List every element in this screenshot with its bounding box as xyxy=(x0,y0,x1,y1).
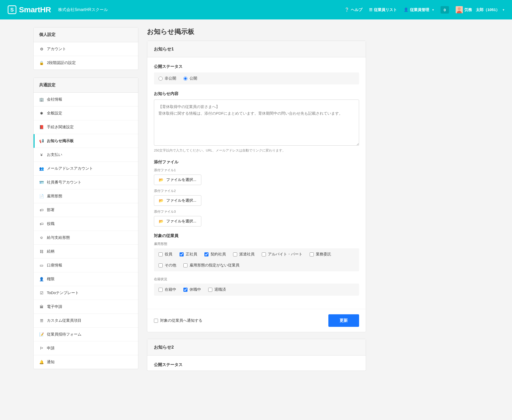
menu-label: メールアドレスアカウント xyxy=(47,166,93,171)
notice2-header: お知らせ2 xyxy=(147,339,366,356)
employee-list-link[interactable]: ☰ 従業員リスト xyxy=(369,7,397,12)
attach-sublabel: 添付ファイル2 xyxy=(154,189,359,193)
emp-type-checkbox[interactable] xyxy=(183,263,187,267)
menu-label: 部署 xyxy=(47,208,55,212)
sidebar-item[interactable]: ¥お支払い xyxy=(34,148,138,162)
sidebar-item[interactable]: 🪪社員番号アカウント xyxy=(34,176,138,189)
enrollment-option[interactable]: 休職中 xyxy=(183,287,201,292)
menu-icon: 🔒 xyxy=(39,61,44,65)
emp-type-option[interactable]: 業務委託 xyxy=(310,252,331,257)
menu-icon: 🏢 xyxy=(39,97,44,102)
emp-type-checkbox[interactable] xyxy=(310,252,314,256)
sidebar-item[interactable]: ⚙アカウント xyxy=(34,42,138,56)
file-select-button[interactable]: 📂ファイルを選択... xyxy=(154,175,201,185)
content-textarea[interactable] xyxy=(154,100,359,146)
emp-type-checkbox[interactable] xyxy=(159,252,163,256)
sidebar-item[interactable]: 🏳申請 xyxy=(34,341,138,355)
sidebar-item[interactable]: 📕手続き関連設定 xyxy=(34,120,138,134)
page-title: お知らせ掲示板 xyxy=(147,27,366,36)
menu-label: 申請 xyxy=(47,346,55,351)
status-public-option[interactable]: 公開 xyxy=(183,76,197,81)
emp-type-option[interactable]: アルバイト・パート xyxy=(262,252,302,257)
menu-icon: 🏷 xyxy=(39,208,44,212)
emp-type-option[interactable]: 契約社員 xyxy=(204,252,226,257)
sidebar-item[interactable]: 🏢会社情報 xyxy=(34,93,138,106)
sidebar-item[interactable]: 🏷部署 xyxy=(34,203,138,217)
file-select-label: ファイルを選択... xyxy=(166,198,196,203)
status-private-radio[interactable] xyxy=(159,77,163,81)
sidebar-item[interactable]: ☑ToDoテンプレート xyxy=(34,286,138,300)
enrollment-label: 休職中 xyxy=(190,287,201,292)
menu-icon: 📕 xyxy=(39,125,44,130)
menu-label: 電子申請 xyxy=(47,304,62,309)
sidebar-item[interactable]: 📢お知らせ掲示板 xyxy=(34,134,138,148)
menu-label: 口座情報 xyxy=(47,263,62,268)
enrollment-label: 退職済 xyxy=(214,287,226,292)
user-name: 労務 太郎（1051） xyxy=(464,7,500,12)
help-link[interactable]: ❔ ヘルプ xyxy=(344,7,362,12)
notify-checkbox[interactable] xyxy=(154,319,158,323)
emp-type-checkbox[interactable] xyxy=(159,263,163,267)
notification-badge[interactable]: 0 xyxy=(441,6,449,14)
update-button[interactable]: 更新 xyxy=(328,314,359,327)
enrollment-option[interactable]: 退職済 xyxy=(208,287,226,292)
menu-label: 役職 xyxy=(47,221,55,226)
enrollment-option[interactable]: 在籍中 xyxy=(159,287,176,292)
file-select-button[interactable]: 📂ファイルを選択... xyxy=(154,216,201,227)
menu-icon: ⚙ xyxy=(39,47,44,51)
enrollment-checkbox[interactable] xyxy=(208,288,212,292)
sidebar-item[interactable]: ⛭給与支給形態 xyxy=(34,231,138,245)
emp-type-label: 正社員 xyxy=(186,252,197,257)
emp-type-label: 業務委託 xyxy=(316,252,331,257)
sidebar-item[interactable]: 👥メールアドレスアカウント xyxy=(34,162,138,176)
status-private-option[interactable]: 非公開 xyxy=(159,76,176,81)
enrollment-checkbox[interactable] xyxy=(183,288,187,292)
notify-option[interactable]: 対象の従業員へ通知する xyxy=(154,318,202,323)
menu-label: 手続き関連設定 xyxy=(47,125,74,130)
sidebar-item[interactable]: 🏷役職 xyxy=(34,217,138,231)
sidebar-item[interactable]: ▭口座情報 xyxy=(34,259,138,272)
sidebar-item[interactable]: 👤権限 xyxy=(34,272,138,286)
file-select-button[interactable]: 📂ファイルを選択... xyxy=(154,195,201,206)
sidebar-item[interactable]: 🔔通知 xyxy=(34,355,138,369)
emp-type-option[interactable]: 雇用形態の指定がない従業員 xyxy=(183,263,239,268)
menu-label: ToDoテンプレート xyxy=(47,290,79,295)
sidebar-item[interactable]: 📄雇用形態 xyxy=(34,189,138,203)
employee-mgmt-menu[interactable]: 👤 従業員管理 xyxy=(404,7,434,12)
emp-type-checkbox[interactable] xyxy=(204,252,208,256)
menu-label: 雇用形態 xyxy=(47,194,62,199)
attach-sublabel: 添付ファイル1 xyxy=(154,168,359,173)
personal-settings-header: 個人設定 xyxy=(34,27,138,42)
status-public-radio[interactable] xyxy=(183,77,187,81)
sidebar-item[interactable]: ✱全般設定 xyxy=(34,106,138,120)
menu-label: 従業員招待フォーム xyxy=(47,332,81,337)
user-menu[interactable]: 労務 太郎（1051） xyxy=(456,6,504,13)
sidebar-item[interactable]: 🏛電子申請 xyxy=(34,300,138,314)
menu-label: お知らせ掲示板 xyxy=(47,138,74,143)
status-label: 公開ステータス xyxy=(154,64,359,69)
sidebar-item[interactable]: 🔒2段階認証の設定 xyxy=(34,56,138,70)
emp-type-option[interactable]: 役員 xyxy=(159,252,172,257)
emp-type-option[interactable]: 派遣社員 xyxy=(233,252,255,257)
sidebar-item[interactable]: ☰カスタム従業員項目 xyxy=(34,314,138,328)
menu-icon: 📝 xyxy=(39,332,44,337)
brand[interactable]: S SmartHR xyxy=(8,5,51,14)
list-icon: ☰ xyxy=(369,7,372,12)
file-select-label: ファイルを選択... xyxy=(166,177,196,182)
emp-type-option[interactable]: その他 xyxy=(159,263,176,268)
menu-label: 社員番号アカウント xyxy=(47,180,81,185)
emp-type-checkbox[interactable] xyxy=(262,252,266,256)
emp-type-checkbox[interactable] xyxy=(180,252,184,256)
enrollment-checkbox[interactable] xyxy=(159,288,163,292)
menu-icon: 👤 xyxy=(39,277,44,282)
menu-label: 給与支給形態 xyxy=(47,235,70,240)
emp-type-option[interactable]: 正社員 xyxy=(180,252,197,257)
emp-type-label: 雇用形態の指定がない従業員 xyxy=(190,263,239,268)
sidebar-item[interactable]: ⛓続柄 xyxy=(34,245,138,259)
topbar: S SmartHR 株式会社SmartHRスクール ❔ ヘルプ ☰ 従業員リスト… xyxy=(0,0,512,19)
emp-type-label: 契約社員 xyxy=(211,252,226,257)
emp-type-checkbox[interactable] xyxy=(233,252,237,256)
sidebar-item[interactable]: 📝従業員招待フォーム xyxy=(34,328,138,341)
employee-mgmt-label: 従業員管理 xyxy=(410,7,429,12)
menu-icon: ⛭ xyxy=(39,235,44,240)
